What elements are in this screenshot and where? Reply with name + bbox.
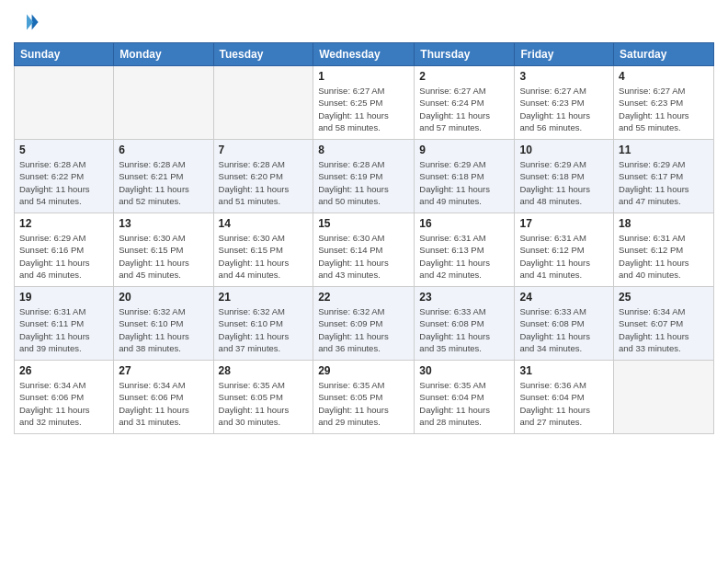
day-number: 23 <box>419 291 509 304</box>
day-info: Sunrise: 6:36 AM Sunset: 6:04 PM Dayligh… <box>519 379 609 428</box>
day-info: Sunrise: 6:32 AM Sunset: 6:09 PM Dayligh… <box>318 305 409 354</box>
day-cell: 15Sunrise: 6:30 AM Sunset: 6:14 PM Dayli… <box>313 213 415 287</box>
column-header-saturday: Saturday <box>614 43 714 66</box>
week-row-2: 5Sunrise: 6:28 AM Sunset: 6:22 PM Daylig… <box>15 140 714 213</box>
day-info: Sunrise: 6:30 AM Sunset: 6:15 PM Dayligh… <box>219 232 309 281</box>
day-number: 19 <box>19 291 108 304</box>
day-cell: 13Sunrise: 6:30 AM Sunset: 6:15 PM Dayli… <box>114 213 213 287</box>
column-header-sunday: Sunday <box>15 43 114 66</box>
day-number: 27 <box>119 364 208 377</box>
column-header-friday: Friday <box>515 43 614 66</box>
day-cell: 29Sunrise: 6:35 AM Sunset: 6:05 PM Dayli… <box>313 361 415 434</box>
day-cell: 12Sunrise: 6:29 AM Sunset: 6:16 PM Dayli… <box>15 213 114 287</box>
day-cell <box>614 361 714 434</box>
day-info: Sunrise: 6:28 AM Sunset: 6:22 PM Dayligh… <box>19 158 108 207</box>
day-cell: 16Sunrise: 6:31 AM Sunset: 6:13 PM Dayli… <box>415 213 515 287</box>
day-number: 3 <box>519 70 609 83</box>
calendar-header-row: SundayMondayTuesdayWednesdayThursdayFrid… <box>15 43 714 66</box>
day-info: Sunrise: 6:27 AM Sunset: 6:25 PM Dayligh… <box>318 85 409 133</box>
column-header-thursday: Thursday <box>415 43 515 66</box>
day-info: Sunrise: 6:31 AM Sunset: 6:11 PM Dayligh… <box>19 305 108 354</box>
day-cell: 27Sunrise: 6:34 AM Sunset: 6:06 PM Dayli… <box>114 361 213 434</box>
day-cell: 1Sunrise: 6:27 AM Sunset: 6:25 PM Daylig… <box>313 66 415 140</box>
week-row-4: 19Sunrise: 6:31 AM Sunset: 6:11 PM Dayli… <box>15 287 714 361</box>
page: SundayMondayTuesdayWednesdayThursdayFrid… <box>0 0 728 563</box>
day-cell: 17Sunrise: 6:31 AM Sunset: 6:12 PM Dayli… <box>515 213 614 287</box>
day-number: 30 <box>419 364 509 377</box>
day-info: Sunrise: 6:28 AM Sunset: 6:19 PM Dayligh… <box>318 158 409 207</box>
day-info: Sunrise: 6:34 AM Sunset: 6:07 PM Dayligh… <box>619 305 709 354</box>
day-info: Sunrise: 6:27 AM Sunset: 6:24 PM Dayligh… <box>419 85 509 133</box>
day-cell: 21Sunrise: 6:32 AM Sunset: 6:10 PM Dayli… <box>213 287 313 361</box>
day-cell <box>213 66 313 140</box>
day-info: Sunrise: 6:27 AM Sunset: 6:23 PM Dayligh… <box>619 85 709 133</box>
day-info: Sunrise: 6:30 AM Sunset: 6:14 PM Dayligh… <box>318 232 409 281</box>
day-cell: 7Sunrise: 6:28 AM Sunset: 6:20 PM Daylig… <box>213 140 313 213</box>
day-info: Sunrise: 6:32 AM Sunset: 6:10 PM Dayligh… <box>119 305 208 354</box>
column-header-monday: Monday <box>114 43 213 66</box>
day-info: Sunrise: 6:28 AM Sunset: 6:21 PM Dayligh… <box>119 158 208 207</box>
day-number: 20 <box>119 291 208 304</box>
day-cell: 11Sunrise: 6:29 AM Sunset: 6:17 PM Dayli… <box>614 140 714 213</box>
day-cell: 25Sunrise: 6:34 AM Sunset: 6:07 PM Dayli… <box>614 287 714 361</box>
day-number: 13 <box>119 217 208 230</box>
day-number: 7 <box>219 144 309 156</box>
day-info: Sunrise: 6:29 AM Sunset: 6:17 PM Dayligh… <box>619 158 709 207</box>
day-number: 8 <box>318 144 409 156</box>
day-number: 31 <box>519 364 609 377</box>
day-number: 9 <box>419 144 509 156</box>
day-cell: 5Sunrise: 6:28 AM Sunset: 6:22 PM Daylig… <box>15 140 114 213</box>
day-number: 6 <box>119 144 208 156</box>
day-cell: 22Sunrise: 6:32 AM Sunset: 6:09 PM Dayli… <box>313 287 415 361</box>
day-number: 26 <box>19 364 108 377</box>
day-info: Sunrise: 6:30 AM Sunset: 6:15 PM Dayligh… <box>119 232 208 281</box>
day-cell: 2Sunrise: 6:27 AM Sunset: 6:24 PM Daylig… <box>415 66 515 140</box>
day-info: Sunrise: 6:31 AM Sunset: 6:12 PM Dayligh… <box>519 232 609 281</box>
day-number: 1 <box>318 70 409 83</box>
day-info: Sunrise: 6:34 AM Sunset: 6:06 PM Dayligh… <box>119 379 208 428</box>
day-cell: 31Sunrise: 6:36 AM Sunset: 6:04 PM Dayli… <box>515 361 614 434</box>
day-number: 15 <box>318 217 409 230</box>
day-info: Sunrise: 6:35 AM Sunset: 6:05 PM Dayligh… <box>219 379 309 428</box>
week-row-1: 1Sunrise: 6:27 AM Sunset: 6:25 PM Daylig… <box>15 66 714 140</box>
day-cell: 19Sunrise: 6:31 AM Sunset: 6:11 PM Dayli… <box>15 287 114 361</box>
day-info: Sunrise: 6:29 AM Sunset: 6:16 PM Dayligh… <box>19 232 108 281</box>
day-info: Sunrise: 6:31 AM Sunset: 6:12 PM Dayligh… <box>619 232 709 281</box>
day-cell: 3Sunrise: 6:27 AM Sunset: 6:23 PM Daylig… <box>515 66 614 140</box>
day-number: 11 <box>619 144 709 156</box>
day-info: Sunrise: 6:29 AM Sunset: 6:18 PM Dayligh… <box>419 158 509 207</box>
column-header-tuesday: Tuesday <box>213 43 313 66</box>
day-info: Sunrise: 6:27 AM Sunset: 6:23 PM Dayligh… <box>519 85 609 133</box>
day-info: Sunrise: 6:33 AM Sunset: 6:08 PM Dayligh… <box>519 305 609 354</box>
day-number: 2 <box>419 70 509 83</box>
day-number: 18 <box>619 217 709 230</box>
day-number: 28 <box>219 364 309 377</box>
logo-icon <box>14 9 40 35</box>
day-cell: 6Sunrise: 6:28 AM Sunset: 6:21 PM Daylig… <box>114 140 213 213</box>
logo <box>14 9 43 35</box>
day-number: 10 <box>519 144 609 156</box>
header <box>14 9 714 35</box>
day-cell: 23Sunrise: 6:33 AM Sunset: 6:08 PM Dayli… <box>415 287 515 361</box>
day-cell: 24Sunrise: 6:33 AM Sunset: 6:08 PM Dayli… <box>515 287 614 361</box>
day-cell: 18Sunrise: 6:31 AM Sunset: 6:12 PM Dayli… <box>614 213 714 287</box>
day-cell: 28Sunrise: 6:35 AM Sunset: 6:05 PM Dayli… <box>213 361 313 434</box>
day-number: 25 <box>619 291 709 304</box>
day-number: 14 <box>219 217 309 230</box>
day-number: 17 <box>519 217 609 230</box>
day-cell: 30Sunrise: 6:35 AM Sunset: 6:04 PM Dayli… <box>415 361 515 434</box>
day-info: Sunrise: 6:35 AM Sunset: 6:04 PM Dayligh… <box>419 379 509 428</box>
day-cell: 26Sunrise: 6:34 AM Sunset: 6:06 PM Dayli… <box>15 361 114 434</box>
day-info: Sunrise: 6:29 AM Sunset: 6:18 PM Dayligh… <box>519 158 609 207</box>
day-number: 16 <box>419 217 509 230</box>
day-cell: 20Sunrise: 6:32 AM Sunset: 6:10 PM Dayli… <box>114 287 213 361</box>
day-info: Sunrise: 6:31 AM Sunset: 6:13 PM Dayligh… <box>419 232 509 281</box>
day-cell: 9Sunrise: 6:29 AM Sunset: 6:18 PM Daylig… <box>415 140 515 213</box>
day-cell: 8Sunrise: 6:28 AM Sunset: 6:19 PM Daylig… <box>313 140 415 213</box>
week-row-5: 26Sunrise: 6:34 AM Sunset: 6:06 PM Dayli… <box>15 361 714 434</box>
day-info: Sunrise: 6:32 AM Sunset: 6:10 PM Dayligh… <box>219 305 309 354</box>
day-number: 22 <box>318 291 409 304</box>
day-info: Sunrise: 6:33 AM Sunset: 6:08 PM Dayligh… <box>419 305 509 354</box>
day-number: 21 <box>219 291 309 304</box>
day-cell: 4Sunrise: 6:27 AM Sunset: 6:23 PM Daylig… <box>614 66 714 140</box>
